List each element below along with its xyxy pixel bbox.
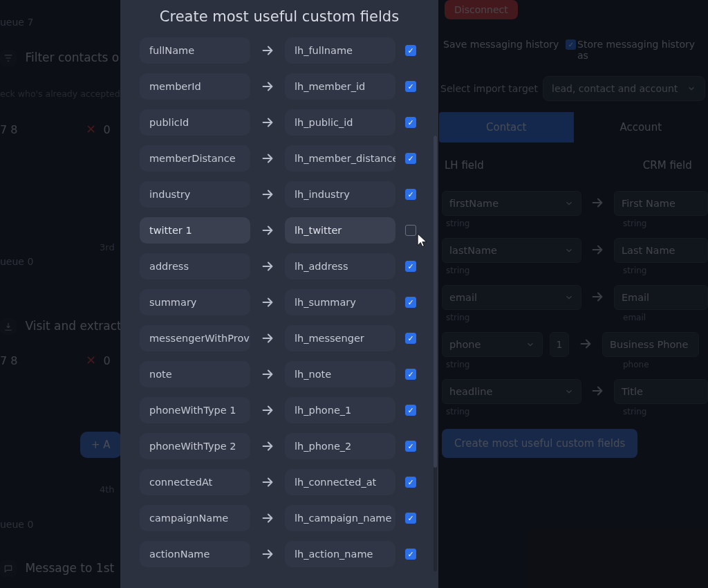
enable-checkbox[interactable]: ✓ [405, 441, 416, 452]
target-field[interactable]: lh_fullname [285, 37, 395, 64]
target-field[interactable]: lh_campaign_name [285, 505, 395, 531]
mapping-row: actionNamelh_action_name✓ [140, 541, 431, 567]
mapping-row: addresslh_address✓ [140, 253, 431, 279]
arrow-right-icon [260, 187, 275, 202]
arrow-right-icon [260, 259, 275, 274]
target-field[interactable]: lh_action_name [285, 541, 395, 567]
arrow-right-icon [260, 511, 275, 526]
enable-checkbox[interactable]: ✓ [405, 513, 416, 524]
scrollbar-thumb[interactable] [434, 136, 437, 468]
target-field[interactable]: lh_twitter [285, 217, 395, 244]
mapping-row: connectedAtlh_connected_at✓ [140, 469, 431, 495]
target-field[interactable]: lh_phone_1 [285, 397, 395, 423]
arrow-right-icon [260, 331, 275, 346]
target-field[interactable]: lh_note [285, 361, 395, 387]
arrow-right-icon [260, 403, 275, 418]
mapping-row: memberIdlh_member_id✓ [140, 73, 431, 100]
source-field[interactable]: campaignName [140, 505, 250, 531]
arrow-right-icon [260, 367, 275, 382]
mapping-row: phoneWithType 2lh_phone_2✓ [140, 433, 431, 459]
mapping-row: messengerWithProv…lh_messenger✓ [140, 325, 431, 351]
enable-checkbox[interactable] [405, 225, 416, 236]
source-field[interactable]: connectedAt [140, 469, 250, 495]
target-field[interactable]: lh_public_id [285, 109, 395, 136]
arrow-right-icon [260, 295, 275, 310]
source-field[interactable]: industry [140, 181, 250, 208]
source-field[interactable]: publicId [140, 109, 250, 136]
enable-checkbox[interactable]: ✓ [405, 405, 416, 416]
target-field[interactable]: lh_messenger [285, 325, 395, 351]
enable-checkbox[interactable]: ✓ [405, 549, 416, 560]
arrow-right-icon [260, 223, 275, 238]
source-field[interactable]: phoneWithType 2 [140, 433, 250, 459]
target-field[interactable]: lh_summary [285, 289, 395, 315]
create-custom-fields-modal: Create most useful custom fields fullNam… [120, 0, 438, 588]
source-field[interactable]: phoneWithType 1 [140, 397, 250, 423]
mapping-row: twitter 1lh_twitter [140, 217, 431, 244]
arrow-right-icon [260, 546, 275, 562]
source-field[interactable]: fullName [140, 37, 250, 64]
enable-checkbox[interactable]: ✓ [405, 81, 416, 92]
target-field[interactable]: lh_member_id [285, 73, 395, 100]
enable-checkbox[interactable]: ✓ [405, 369, 416, 380]
mapping-row: fullNamelh_fullname✓ [140, 37, 431, 64]
arrow-right-icon [260, 79, 275, 94]
arrow-right-icon [260, 43, 275, 58]
source-field[interactable]: note [140, 361, 250, 387]
scrollbar[interactable] [434, 136, 437, 571]
enable-checkbox[interactable]: ✓ [405, 153, 416, 164]
source-field[interactable]: address [140, 253, 250, 279]
target-field[interactable]: lh_connected_at [285, 469, 395, 495]
source-field[interactable]: memberId [140, 73, 250, 100]
source-field[interactable]: summary [140, 289, 250, 315]
enable-checkbox[interactable]: ✓ [405, 477, 416, 488]
enable-checkbox[interactable]: ✓ [405, 117, 416, 128]
arrow-right-icon [260, 115, 275, 130]
arrow-right-icon [260, 151, 275, 166]
source-field[interactable]: actionName [140, 541, 250, 567]
source-field[interactable]: memberDistance [140, 145, 250, 172]
mapping-row: industrylh_industry✓ [140, 181, 431, 208]
target-field[interactable]: lh_member_distance [285, 145, 395, 172]
source-field[interactable]: messengerWithProv… [140, 325, 250, 351]
enable-checkbox[interactable]: ✓ [405, 333, 416, 344]
target-field[interactable]: lh_phone_2 [285, 433, 395, 459]
mapping-row: campaignNamelh_campaign_name✓ [140, 505, 431, 531]
arrow-right-icon [260, 475, 275, 490]
field-mapping-list: fullNamelh_fullname✓memberIdlh_member_id… [120, 37, 438, 567]
enable-checkbox[interactable]: ✓ [405, 45, 416, 56]
mapping-row: memberDistancelh_member_distance✓ [140, 145, 431, 172]
enable-checkbox[interactable]: ✓ [405, 261, 416, 272]
mapping-row: notelh_note✓ [140, 361, 431, 387]
enable-checkbox[interactable]: ✓ [405, 297, 416, 308]
mapping-row: phoneWithType 1lh_phone_1✓ [140, 397, 431, 423]
modal-title: Create most useful custom fields [120, 8, 438, 25]
target-field[interactable]: lh_address [285, 253, 395, 279]
mapping-row: publicIdlh_public_id✓ [140, 109, 431, 136]
target-field[interactable]: lh_industry [285, 181, 395, 208]
mapping-row: summarylh_summary✓ [140, 289, 431, 315]
enable-checkbox[interactable]: ✓ [405, 189, 416, 200]
source-field[interactable]: twitter 1 [140, 217, 250, 244]
arrow-right-icon [260, 439, 275, 454]
